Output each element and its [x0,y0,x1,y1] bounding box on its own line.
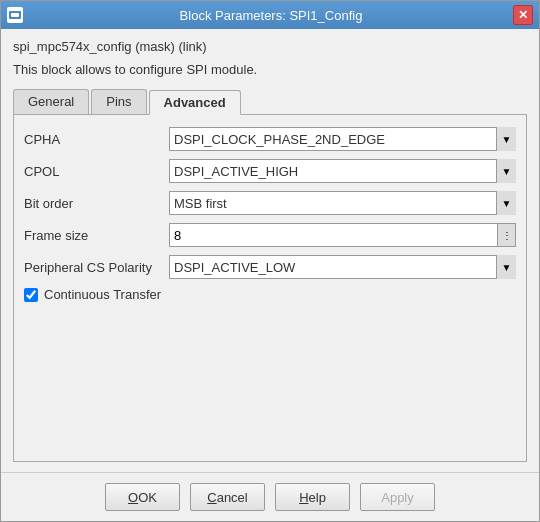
title-bar: Block Parameters: SPI1_Config ✕ [1,1,539,29]
tabs-container: General Pins Advanced [13,89,527,115]
cpol-select[interactable]: DSPI_ACTIVE_HIGH DSPI_ACTIVE_LOW [169,159,516,183]
cpha-select[interactable]: DSPI_CLOCK_PHASE_2ND_EDGE DSPI_CLOCK_PHA… [169,127,516,151]
tab-panel-advanced: CPHA DSPI_CLOCK_PHASE_2ND_EDGE DSPI_CLOC… [13,115,527,462]
frame-size-row: Frame size ⋮ [24,223,516,247]
cpha-label: CPHA [24,132,169,147]
window-icon [7,7,23,23]
main-window: Block Parameters: SPI1_Config ✕ spi_mpc5… [0,0,540,522]
frame-size-options-icon[interactable]: ⋮ [497,224,515,246]
help-label: Help [299,490,326,505]
block-type-label: spi_mpc574x_config (mask) (link) [13,39,527,54]
cancel-button[interactable]: Cancel [190,483,265,511]
bit-order-select-wrapper: MSB first LSB first ▼ [169,191,516,215]
peripheral-cs-select-wrapper: DSPI_ACTIVE_LOW DSPI_ACTIVE_HIGH ▼ [169,255,516,279]
bit-order-row: Bit order MSB first LSB first ▼ [24,191,516,215]
peripheral-cs-row: Peripheral CS Polarity DSPI_ACTIVE_LOW D… [24,255,516,279]
frame-size-label: Frame size [24,228,169,243]
button-bar: OOK Cancel Help Apply [1,472,539,521]
tab-general[interactable]: General [13,89,89,114]
peripheral-cs-select[interactable]: DSPI_ACTIVE_LOW DSPI_ACTIVE_HIGH [169,255,516,279]
cpol-select-wrapper: DSPI_ACTIVE_HIGH DSPI_ACTIVE_LOW ▼ [169,159,516,183]
window-title: Block Parameters: SPI1_Config [29,8,513,23]
close-button[interactable]: ✕ [513,5,533,25]
tab-pins[interactable]: Pins [91,89,146,114]
dialog-content: spi_mpc574x_config (mask) (link) This bl… [1,29,539,472]
frame-size-input[interactable] [170,224,497,246]
ok-button[interactable]: OOK [105,483,180,511]
cpha-select-wrapper: DSPI_CLOCK_PHASE_2ND_EDGE DSPI_CLOCK_PHA… [169,127,516,151]
peripheral-cs-label: Peripheral CS Polarity [24,260,169,275]
frame-size-wrapper: ⋮ [169,223,516,247]
continuous-transfer-row: Continuous Transfer [24,287,516,302]
cpol-label: CPOL [24,164,169,179]
svg-rect-2 [11,13,19,17]
bit-order-select[interactable]: MSB first LSB first [169,191,516,215]
cpha-row: CPHA DSPI_CLOCK_PHASE_2ND_EDGE DSPI_CLOC… [24,127,516,151]
apply-label: Apply [381,490,414,505]
continuous-transfer-checkbox[interactable] [24,288,38,302]
apply-button[interactable]: Apply [360,483,435,511]
ok-label: OOK [128,490,157,505]
bit-order-label: Bit order [24,196,169,211]
continuous-transfer-label: Continuous Transfer [44,287,161,302]
cancel-label: Cancel [207,490,247,505]
block-description: This block allows to configure SPI modul… [13,62,527,77]
tab-advanced[interactable]: Advanced [149,90,241,115]
cpol-row: CPOL DSPI_ACTIVE_HIGH DSPI_ACTIVE_LOW ▼ [24,159,516,183]
help-button[interactable]: Help [275,483,350,511]
